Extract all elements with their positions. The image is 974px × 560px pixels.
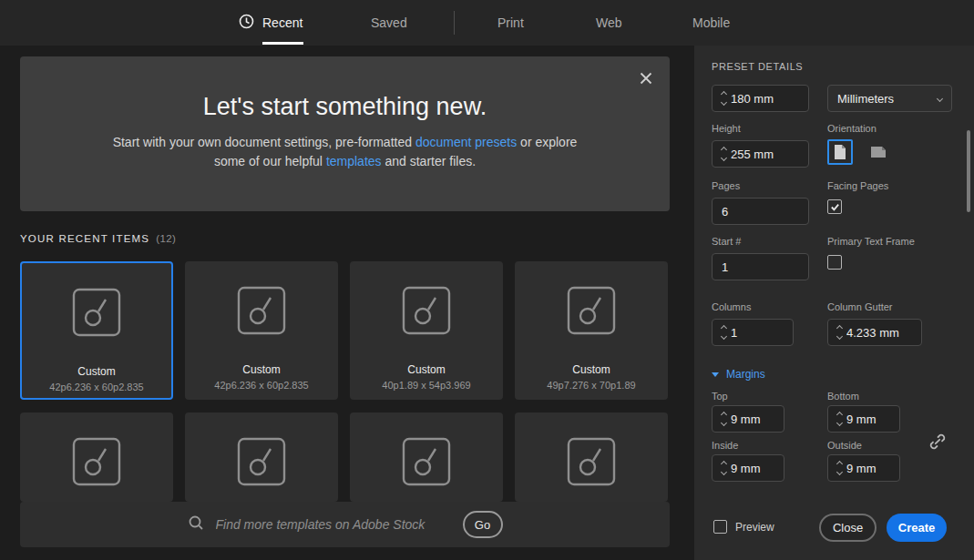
recent-item-card[interactable]: [185, 412, 338, 502]
chevron-down-icon: [712, 372, 719, 377]
stepper-arrows[interactable]: [828, 326, 846, 339]
increment-icon[interactable]: [721, 325, 727, 331]
tab-web[interactable]: Web: [596, 0, 622, 46]
increment-icon[interactable]: [721, 412, 727, 418]
tab-mobile[interactable]: Mobile: [692, 0, 730, 46]
create-button[interactable]: Create: [887, 514, 947, 542]
width-input[interactable]: [731, 92, 808, 106]
tab-saved-label: Saved: [371, 15, 407, 30]
increment-icon[interactable]: [721, 147, 727, 153]
orientation-portrait-button[interactable]: [827, 139, 853, 165]
margin-inside-input[interactable]: [731, 462, 784, 475]
pages-field[interactable]: [712, 198, 809, 225]
stepper-arrows[interactable]: [828, 462, 846, 474]
decrement-icon[interactable]: [836, 333, 843, 340]
column-gutter-input[interactable]: [846, 326, 921, 340]
recent-item-name: Custom: [350, 363, 503, 376]
check-icon: [830, 202, 840, 212]
margin-inside-field[interactable]: [712, 454, 784, 482]
chevron-down-icon: [937, 95, 943, 101]
margin-top-input[interactable]: [731, 412, 784, 426]
margin-top-field[interactable]: [712, 405, 784, 433]
recent-items-count: (12): [156, 233, 176, 244]
recent-item-dimensions: 42p6.236 x 60p2.835: [22, 382, 171, 392]
start-number-input[interactable]: [713, 260, 808, 274]
document-presets-link[interactable]: document presets: [415, 135, 517, 149]
facing-pages-label: Facing Pages: [827, 180, 888, 191]
preview-checkbox[interactable]: [713, 520, 727, 534]
columns-label: Columns: [712, 301, 751, 312]
decrement-icon[interactable]: [836, 469, 843, 475]
templates-link[interactable]: templates: [326, 154, 382, 168]
margin-bottom-input[interactable]: [846, 412, 899, 426]
recent-item-dimensions: 40p1.89 x 54p3.969: [350, 380, 503, 391]
margin-outside-field[interactable]: [827, 454, 900, 482]
scrollbar[interactable]: [967, 130, 970, 212]
close-button[interactable]: Close: [819, 514, 877, 542]
columns-field[interactable]: [712, 319, 794, 346]
stepper-arrows[interactable]: [713, 412, 731, 425]
margin-bottom-label: Bottom: [827, 391, 859, 402]
recent-item-name: Custom: [185, 363, 338, 376]
height-input[interactable]: [731, 148, 808, 161]
pages-input[interactable]: [713, 205, 808, 219]
close-icon[interactable]: [637, 69, 655, 87]
margins-section-toggle[interactable]: Margins: [712, 368, 765, 381]
tab-recent[interactable]: Recent: [239, 0, 302, 46]
recent-item-card[interactable]: Custom 42p6.236 x 60p2.835: [185, 261, 338, 400]
column-gutter-field[interactable]: [827, 319, 922, 346]
decrement-icon[interactable]: [721, 155, 727, 161]
tab-print-label: Print: [497, 15, 524, 30]
units-select[interactable]: Millimeters: [827, 85, 952, 112]
increment-icon[interactable]: [836, 412, 843, 418]
increment-icon[interactable]: [836, 461, 843, 467]
decrement-icon[interactable]: [721, 333, 727, 340]
stepper-arrows[interactable]: [713, 92, 731, 105]
recent-item-card[interactable]: [515, 412, 668, 502]
tab-web-label: Web: [596, 15, 622, 30]
column-gutter-label: Column Gutter: [827, 301, 893, 312]
tab-print[interactable]: Print: [497, 0, 524, 46]
margin-inside-label: Inside: [712, 440, 738, 451]
orientation-landscape-button[interactable]: [866, 139, 891, 165]
stepper-arrows[interactable]: [713, 148, 731, 160]
preset-details-panel: PRESET DETAILS Millimeters Height Orient…: [694, 46, 974, 560]
stepper-arrows[interactable]: [713, 462, 731, 474]
link-margins-button[interactable]: [926, 430, 949, 453]
increment-icon[interactable]: [721, 461, 727, 467]
decrement-icon[interactable]: [721, 469, 727, 475]
facing-pages-checkbox[interactable]: [827, 199, 842, 214]
margin-outside-input[interactable]: [846, 462, 899, 475]
active-tab-underline: [262, 42, 303, 45]
decrement-icon[interactable]: [836, 420, 843, 426]
document-thumbnail-icon: [71, 287, 122, 341]
stepper-arrows[interactable]: [828, 412, 846, 425]
recent-item-card[interactable]: [350, 412, 503, 502]
height-field[interactable]: [712, 140, 809, 168]
recent-item-card[interactable]: Custom 49p7.276 x 70p1.89: [515, 261, 668, 400]
width-field[interactable]: [712, 85, 809, 112]
tab-saved[interactable]: Saved: [371, 0, 407, 46]
stepper-arrows[interactable]: [713, 326, 731, 339]
recent-item-card[interactable]: Custom 40p1.89 x 54p3.969: [350, 261, 503, 400]
chain-link-icon: [928, 433, 947, 451]
start-number-field[interactable]: [712, 253, 809, 280]
search-input[interactable]: [216, 517, 451, 532]
preview-label: Preview: [735, 521, 774, 534]
decrement-icon[interactable]: [721, 99, 727, 106]
document-thumbnail-icon: [71, 436, 122, 491]
orientation-label: Orientation: [827, 123, 877, 134]
margin-bottom-field[interactable]: [827, 405, 900, 433]
primary-text-frame-checkbox[interactable]: [827, 255, 842, 270]
recent-item-dimensions: 42p6.236 x 60p2.835: [185, 380, 338, 391]
document-thumbnail-icon: [401, 436, 452, 491]
increment-icon[interactable]: [721, 91, 727, 97]
decrement-icon[interactable]: [721, 420, 727, 426]
recent-item-card[interactable]: [20, 412, 173, 502]
columns-input[interactable]: [731, 326, 793, 340]
increment-icon[interactable]: [836, 325, 843, 331]
go-button[interactable]: Go: [463, 511, 503, 538]
recent-item-card[interactable]: Custom 42p6.236 x 60p2.835: [20, 261, 173, 400]
margin-top-label: Top: [712, 391, 728, 402]
hero-body-text: and starter files.: [382, 154, 477, 168]
